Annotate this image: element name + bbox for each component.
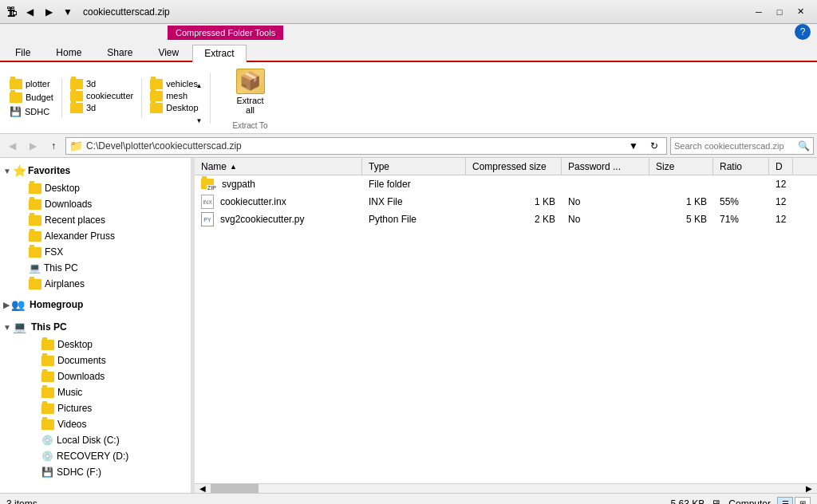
sidebar-item-pc-videos[interactable]: Videos — [0, 416, 191, 432]
pc-localc-icon: 💿 — [41, 435, 53, 446]
tab-file[interactable]: File — [3, 43, 42, 61]
sidebar-item-desktop[interactable]: Desktop — [0, 180, 191, 196]
extract-all-label: Extractall — [236, 96, 263, 115]
file-ratio-svgpath — [713, 175, 769, 192]
sidebar-item-pc-desktop[interactable]: Desktop — [0, 337, 191, 352]
address-dropdown-btn[interactable]: ▼ — [625, 137, 642, 155]
ribbon-extract-group: 📦 Extractall Extract To — [217, 65, 284, 130]
file-name-svgpath: svgpath — [195, 175, 362, 192]
view-tiles-btn[interactable]: ⊞ — [795, 497, 811, 505]
h-scroll-track — [211, 484, 801, 494]
sidebar-item-pc-recovery[interactable]: 💿 RECOVERY (D:) — [0, 448, 191, 464]
file-row-svg2cookiecutter[interactable]: PY svg2cookiecutter.py Python File 2 KB … — [195, 211, 817, 228]
section-homegroup[interactable]: ▶ 👥 Homegroup — [0, 295, 191, 314]
file-compressed-svg2cookiecutter: 2 KB — [466, 211, 562, 227]
sidebar-item-pc-music[interactable]: Music — [0, 384, 191, 400]
sidebar-item-pc-localc[interactable]: 💿 Local Disk (C:) — [0, 432, 191, 448]
extract-all-button[interactable]: 📦 Extractall — [230, 65, 271, 118]
sidebar-item-pc-documents[interactable]: Documents — [0, 352, 191, 368]
ribbon-content: plotter Budget 💾 SDHC 3d cooki — [0, 62, 817, 134]
col-header-ratio[interactable]: Ratio — [713, 158, 769, 175]
file-row-svgpath[interactable]: svgpath File folder 12 — [195, 175, 817, 193]
desktop-icon — [29, 183, 41, 194]
back-btn[interactable]: ◀ — [3, 137, 21, 155]
sidebar-item-recent-places[interactable]: Recent places — [0, 212, 191, 228]
ribbon-item-sdhc[interactable]: 💾 SDHC — [6, 105, 57, 118]
qa-back-btn[interactable]: ◀ — [21, 3, 38, 21]
forward-btn[interactable]: ▶ — [24, 137, 41, 155]
sidebar-item-alexander[interactable]: Alexander Pruss — [0, 228, 191, 244]
h-scroll-left[interactable]: ◀ — [195, 484, 211, 493]
desktop-expand — [16, 182, 29, 195]
svgpath-icon — [201, 179, 214, 189]
maximize-btn[interactable]: □ — [769, 4, 790, 20]
tab-view[interactable]: View — [146, 43, 191, 61]
file-row-cookiecutter[interactable]: INX cookiecutter.inx INX File 1 KB No 1 … — [195, 193, 817, 211]
folder-icon-mesh — [150, 91, 163, 101]
sidebar-item-fsx[interactable]: FSX — [0, 244, 191, 260]
ribbon-item-budget[interactable]: Budget — [6, 92, 57, 104]
scroll-down-btn[interactable]: ▼ — [191, 113, 208, 129]
refresh-btn[interactable]: ↻ — [645, 137, 663, 155]
sidebar-item-pc-downloads[interactable]: Downloads — [0, 368, 191, 384]
col-header-type[interactable]: Type — [362, 158, 466, 175]
view-details-btn[interactable]: ☰ — [777, 497, 793, 505]
sidebar-item-pc-pictures[interactable]: Pictures — [0, 400, 191, 416]
app-icon: 🗜 — [6, 6, 18, 18]
help-btn[interactable]: ? — [795, 24, 811, 40]
tab-home[interactable]: Home — [44, 43, 93, 61]
tab-extract[interactable]: Extract — [192, 45, 246, 62]
ribbon-items-right: vehicles mesh Desktop ▲ ▼ — [141, 78, 201, 118]
downloads-icon — [29, 199, 41, 210]
sidebar-item-thispc-fav[interactable]: 💻 This PC — [0, 260, 191, 276]
col-header-size[interactable]: Size — [649, 158, 713, 175]
minimize-btn[interactable]: ─ — [748, 4, 769, 20]
col-header-d[interactable]: D — [769, 158, 793, 175]
file-d-svg2cookiecutter: 12 — [769, 211, 793, 227]
fsx-icon — [29, 247, 41, 258]
qa-forward-btn[interactable]: ▶ — [40, 3, 57, 21]
h-scroll-right[interactable]: ▶ — [801, 484, 817, 493]
section-favorites[interactable]: ▼ ⭐ Favorites — [0, 161, 191, 180]
sidebar-item-pc-sdhc[interactable]: 💾 SDHC (F:) — [0, 464, 191, 480]
ribbon-item-3d[interactable]: 3d — [67, 78, 136, 90]
thispc-fav-icon: 💻 — [29, 262, 41, 274]
context-tab-bar: Compressed Folder Tools ? — [0, 24, 817, 40]
qa-dropdown-btn[interactable]: ▼ — [59, 3, 77, 21]
search-input[interactable] — [674, 141, 795, 151]
airplanes-icon — [29, 279, 41, 289]
scroll-up-btn[interactable]: ▲ — [191, 78, 208, 94]
h-scrollbar[interactable]: ◀ ▶ — [195, 483, 817, 493]
status-bar: 3 items 5.63 KB 🖥 Computer ☰ ⊞ — [0, 493, 817, 504]
scroll-arrows: ▲ ▼ — [191, 78, 208, 129]
ribbon-item-cookiecutter[interactable]: cookiecutter — [67, 90, 136, 102]
ribbon-item-3d2[interactable]: 3d — [67, 102, 136, 114]
file-compressed-svgpath — [466, 175, 562, 192]
close-btn[interactable]: ✕ — [790, 4, 811, 20]
h-scroll-thumb[interactable] — [211, 484, 259, 494]
ribbon-item-plotter[interactable]: plotter — [6, 78, 57, 90]
pc-music-icon — [41, 388, 54, 398]
search-bar[interactable]: 🔍 — [670, 137, 814, 155]
search-icon: 🔍 — [798, 140, 810, 152]
items-count: 3 items — [6, 498, 37, 505]
file-type-svgpath: File folder — [362, 175, 466, 192]
section-thispc[interactable]: ▼ 💻 This PC — [0, 317, 191, 337]
address-text: C:\Devel\plotter\cookiecutterscad.zip — [86, 140, 622, 152]
recent-expand — [16, 214, 29, 226]
file-password-svgpath — [562, 175, 649, 192]
sidebar-item-downloads[interactable]: Downloads — [0, 196, 191, 212]
col-header-compressed[interactable]: Compressed size — [466, 158, 562, 175]
col-header-password[interactable]: Password ... — [562, 158, 649, 175]
sort-icon: ▲ — [230, 163, 237, 171]
folder-icon-vehicles — [150, 79, 163, 89]
col-header-name[interactable]: Name ▲ — [195, 158, 362, 175]
tab-share[interactable]: Share — [95, 43, 144, 61]
address-bar[interactable]: 📁 C:\Devel\plotter\cookiecutterscad.zip … — [65, 137, 667, 155]
file-size-svgpath — [649, 175, 713, 192]
sidebar-item-airplanes[interactable]: Airplanes — [0, 276, 191, 292]
file-size-svg2cookiecutter: 5 KB — [649, 211, 713, 227]
title-bar: 🗜 ◀ ▶ ▼ cookiecutterscad.zip ─ □ ✕ — [0, 0, 817, 24]
up-btn[interactable]: ↑ — [45, 137, 62, 155]
quick-access-toolbar: ◀ ▶ ▼ — [21, 3, 77, 21]
